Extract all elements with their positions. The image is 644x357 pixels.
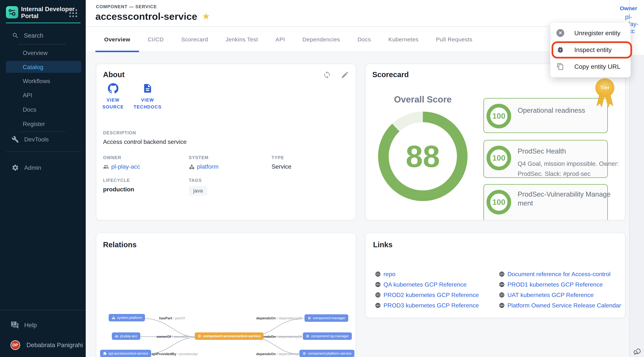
globe-icon xyxy=(499,271,505,277)
edge-label: hasPart / partOf xyxy=(159,316,185,320)
link-prod3-kubernetes[interactable]: PROD3 kubernetes GCP Reference xyxy=(375,300,499,310)
sidebar-item-catalog[interactable]: Catalog xyxy=(23,64,43,70)
entity-tabs: Overview CI/CD Scorecard Jenkins Test AP… xyxy=(86,27,629,52)
tags-field: TAGS java xyxy=(189,178,207,196)
system-entity-link[interactable]: platform xyxy=(189,163,218,170)
tab-api[interactable]: API xyxy=(267,27,294,52)
people-icon xyxy=(115,334,118,338)
people-icon xyxy=(103,164,109,170)
edge-label: dependsOn / dependencyOf xyxy=(256,352,302,356)
about-card: About VIEWSOURCE VIEWTECHDOCS DESCRIPTIO… xyxy=(96,64,356,220)
tab-cicd[interactable]: CI/CD xyxy=(139,27,172,52)
right-rail xyxy=(629,0,644,357)
scorecard-check-prodsec-health[interactable]: 100 ProdSec Health Q4 Goal, mission impo… xyxy=(483,140,608,178)
system-icon xyxy=(189,164,195,170)
favorite-star-icon[interactable]: ★ xyxy=(202,12,210,21)
help-chat-icon: ? xyxy=(10,321,19,330)
link-uat-kubernetes[interactable]: UAT kubernetes GCP Reference xyxy=(499,290,621,300)
github-icon xyxy=(108,83,118,94)
tab-jenkins-test[interactable]: Jenkins Test xyxy=(217,27,267,52)
sidebar-item-workflows[interactable]: Workflows xyxy=(23,78,50,84)
sidebar-item-admin[interactable]: Admin xyxy=(12,164,41,172)
link-document-reference[interactable]: Document reference for Access-control xyxy=(499,269,621,279)
node-component-manager[interactable]: component:manager xyxy=(304,314,348,322)
link-repo[interactable]: repo xyxy=(375,269,499,279)
node-component-accesscontrol-service[interactable]: component:accesscontrol-service xyxy=(195,332,264,340)
page-title: accesscontrol-service xyxy=(96,11,197,22)
search-icon xyxy=(12,32,19,39)
tab-kubernetes[interactable]: Kubernetes xyxy=(380,27,427,52)
sidebar-item-overview[interactable]: Overview xyxy=(23,50,48,56)
menu-item-inspect-entity[interactable]: Inspect entity xyxy=(550,41,630,58)
type-field: TYPE Service xyxy=(272,155,292,170)
check-subtitle: Q4 Goal, mission impossible. Owner: Prod… xyxy=(518,159,622,179)
node-pl-play-acc[interactable]: pl-play-acc xyxy=(112,332,140,340)
edge-label: apiProvidedBy / providesApi xyxy=(152,352,198,356)
relations-card: Relations system:platform pl-play-acc xyxy=(96,233,356,357)
sidebar-accent-rule xyxy=(6,22,80,23)
owner-field: OWNER pl-play-acc xyxy=(103,155,140,170)
app-title: Internal Developer Portal xyxy=(21,6,75,20)
node-component-ng-manager[interactable]: component:ng-manager xyxy=(303,332,352,340)
about-title: About xyxy=(103,70,125,79)
apps-grid-icon[interactable] xyxy=(69,9,78,18)
globe-icon xyxy=(499,282,505,288)
puzzle-icon xyxy=(103,352,107,355)
tier-ribbon-badge: Tier xyxy=(595,78,614,106)
nav-active-highlight xyxy=(6,61,81,73)
sidebar-item-api[interactable]: API xyxy=(23,92,32,99)
tab-scorecard[interactable]: Scorecard xyxy=(172,27,217,52)
tab-pull-requests[interactable]: Pull Requests xyxy=(427,27,481,52)
check-title: ProdSec-Vulnerability Management xyxy=(518,190,612,208)
view-source-link[interactable]: VIEWSOURCE xyxy=(96,83,130,110)
link-qa-kubernetes[interactable]: QA kubernetes GCP Reference xyxy=(375,279,499,290)
view-techdocs-link[interactable]: VIEWTECHDOCS xyxy=(131,83,164,110)
tab-dependencies[interactable]: Dependencies xyxy=(294,27,349,52)
chip-icon xyxy=(302,352,306,355)
node-component-platform-service[interactable]: component:platform-service xyxy=(300,350,354,357)
link-prod2-kubernetes[interactable]: PROD2 kubernetes GCP Reference xyxy=(375,290,499,300)
logo-glyph-icon xyxy=(8,8,16,16)
node-system-platform[interactable]: system:platform xyxy=(109,314,145,322)
scorecard-check-operational-readiness[interactable]: 100 Operational readiness xyxy=(483,98,608,133)
check-title: ProdSec Health xyxy=(518,147,612,156)
globe-icon xyxy=(375,292,381,298)
scorecard-check-prodsec-vulnerability[interactable]: 100 ProdSec-Vulnerability Management xyxy=(483,184,608,220)
globe-icon xyxy=(499,292,505,298)
devtools-label: DevTools xyxy=(24,136,49,143)
check-score-ring: 100 xyxy=(486,146,511,170)
tab-docs[interactable]: Docs xyxy=(349,27,380,52)
owner-entity-link[interactable]: pl-play-acc xyxy=(103,163,140,170)
tag-chip: java xyxy=(189,186,207,196)
app-logo xyxy=(6,6,18,18)
techdocs-icon xyxy=(142,83,153,94)
link-release-calendar[interactable]: Platform Owned Service Release Calendar xyxy=(499,300,621,310)
sidebar-search[interactable]: Search xyxy=(12,32,44,39)
edge-label: dependsOn / dependencyOf xyxy=(256,316,302,320)
sidebar-item-docs[interactable]: Docs xyxy=(23,106,36,113)
menu-item-unregister-entity[interactable]: ✕ Unregister entity xyxy=(550,24,630,41)
feedback-chat-icon[interactable] xyxy=(632,346,642,356)
gear-icon xyxy=(12,164,19,172)
sidebar-item-help[interactable]: ? Help xyxy=(10,321,37,330)
help-label: Help xyxy=(24,322,37,329)
bug-icon xyxy=(556,46,564,54)
chip-icon xyxy=(306,334,310,338)
links-list: repo Document reference for Access-contr… xyxy=(375,269,621,310)
search-underline xyxy=(18,44,66,44)
link-prod1-kubernetes[interactable]: PROD1 kubernetes GCP Reference xyxy=(499,279,621,290)
description-value: Access control backend service xyxy=(103,138,186,145)
node-api-accesscontrol-service[interactable]: api:accesscontrol-service xyxy=(100,350,151,357)
entity-kind-breadcrumb: COMPONENT — SERVICE xyxy=(96,4,157,9)
check-score-ring: 100 xyxy=(486,190,511,214)
lifecycle-field: LIFECYCLE production xyxy=(103,178,134,193)
user-menu[interactable]: DP Debabrata Panigrahi xyxy=(10,340,83,350)
description-field: DESCRIPTION Access control backend servi… xyxy=(103,130,186,145)
tab-overview[interactable]: Overview xyxy=(96,27,139,52)
menu-item-copy-entity-url[interactable]: Copy entity URL xyxy=(550,58,630,75)
refresh-icon[interactable] xyxy=(323,71,331,79)
scorecard-card: Scorecard Overall Score 88 Tier 100 Oper… xyxy=(365,64,625,220)
edit-pencil-icon[interactable] xyxy=(341,71,349,79)
sidebar-item-devtools[interactable]: DevTools xyxy=(12,136,49,143)
sidebar-item-register[interactable]: Register xyxy=(23,120,45,128)
